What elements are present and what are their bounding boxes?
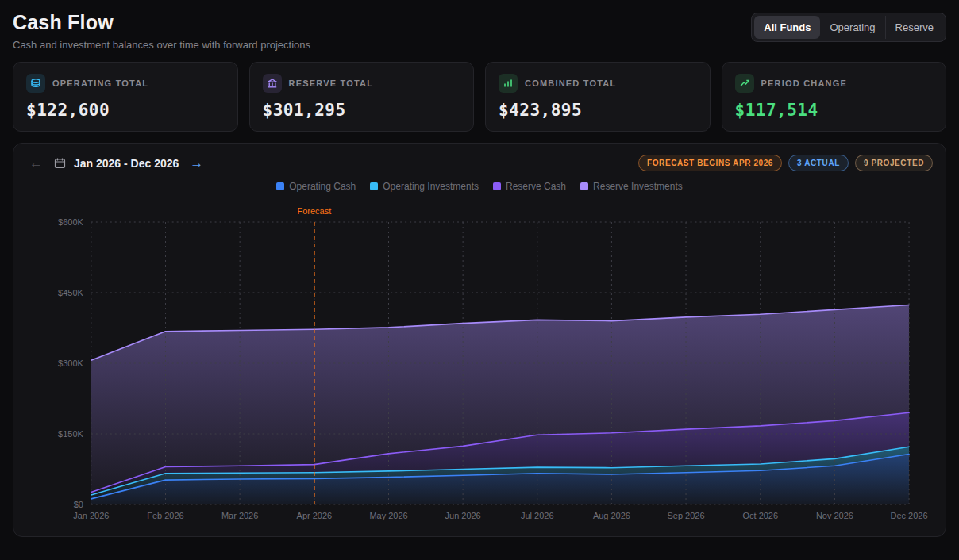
badge-9-projected: 9 PROJECTED [855,155,933,171]
legend-label: Reserve Investments [593,181,683,192]
x-tick-label: Oct 2026 [743,511,779,520]
legend-label: Operating Investments [383,181,479,192]
funds-segmented-control: All FundsOperatingReserve [751,13,946,42]
stat-card-operating-total: OPERATING TOTAL $122,600 [13,62,238,132]
y-tick-label: $450K [58,288,83,297]
y-tick-label: $0 [74,500,83,509]
x-axis-labels: Jan 2026Feb 2026Mar 2026Apr 2026May 2026… [73,511,927,520]
previous-period-button[interactable]: ← [26,155,46,171]
legend-label: Operating Cash [289,181,356,192]
title-block: Cash Flow Cash and investment balances o… [13,11,310,51]
card-label: PERIOD CHANGE [761,79,848,88]
bar-chart-icon [499,74,518,93]
next-period-button[interactable]: → [187,155,206,171]
x-tick-label: Aug 2026 [593,511,630,520]
legend-item-operating-cash[interactable]: Operating Cash [276,181,356,192]
forecast-label: Forecast [298,206,332,216]
x-tick-label: Mar 2026 [221,511,258,520]
x-tick-label: May 2026 [369,511,407,520]
card-header: OPERATING TOTAL [26,74,225,93]
cash-flow-chart-panel: ← Jan 2026 - Dec 2026 → FORECAST BEGINS … [13,143,946,537]
card-label: COMBINED TOTAL [525,79,616,88]
legend-item-reserve-cash[interactable]: Reserve Cash [493,181,566,192]
card-value: $122,600 [26,101,225,120]
chart-legend: Operating CashOperating InvestmentsReser… [26,181,933,192]
x-tick-label: Feb 2026 [147,511,183,520]
tab-all-funds[interactable]: All Funds [754,16,820,39]
tab-reserve[interactable]: Reserve [885,16,943,39]
x-tick-label: Jan 2026 [73,511,109,520]
legend-label: Reserve Cash [506,181,566,192]
date-range-label: Jan 2026 - Dec 2026 [74,157,179,170]
chart-badges: FORECAST BEGINS APR 20263 ACTUAL9 PROJEC… [638,155,933,171]
legend-item-reserve-investments[interactable]: Reserve Investments [580,181,683,192]
x-tick-label: Jun 2026 [445,511,481,520]
stat-card-combined-total: COMBINED TOTAL $423,895 [485,62,711,132]
page-title: Cash Flow [13,11,310,34]
card-header: RESERVE TOTAL [263,74,461,93]
y-axis-labels: $0$150K$300K$450K$600K [58,217,83,509]
y-tick-label: $600K [58,217,83,227]
card-value: $423,895 [499,101,697,120]
x-tick-label: Jul 2026 [521,511,553,520]
x-tick-label: Dec 2026 [891,511,928,520]
chart-panel-header: ← Jan 2026 - Dec 2026 → FORECAST BEGINS … [26,155,933,171]
calendar-icon [54,157,66,169]
stat-card-period-change: PERIOD CHANGE $117,514 [722,62,947,132]
bank-icon [263,74,282,93]
stat-cards-row: OPERATING TOTAL $122,600 RESERVE TOTAL $… [0,51,959,132]
y-tick-label: $150K [58,429,83,439]
legend-swatch [580,182,588,190]
cash-flow-stacked-area-chart[interactable]: Forecast$0$150K$300K$450K$600KJan 2026Fe… [26,194,933,530]
legend-item-operating-investments[interactable]: Operating Investments [370,181,479,192]
x-tick-label: Apr 2026 [297,511,333,520]
card-value: $301,295 [263,101,461,120]
topbar: Cash Flow Cash and investment balances o… [0,0,959,51]
legend-swatch [493,182,501,190]
legend-swatch [370,182,378,190]
badge-3-actual: 3 ACTUAL [788,155,849,171]
y-tick-label: $300K [58,359,83,368]
x-tick-label: Sep 2026 [668,511,705,520]
card-label: RESERVE TOTAL [289,79,374,88]
stat-card-reserve-total: RESERVE TOTAL $301,295 [249,62,475,132]
page-subtitle: Cash and investment balances over time w… [13,39,310,51]
coins-icon [26,74,45,93]
card-header: COMBINED TOTAL [499,74,697,93]
legend-swatch [276,182,284,190]
card-label: OPERATING TOTAL [52,79,148,88]
card-value: $117,514 [735,101,934,120]
card-header: PERIOD CHANGE [735,74,934,93]
trending-up-icon [735,74,754,93]
badge-forecast-begins-apr-2026: FORECAST BEGINS APR 2026 [638,155,782,171]
tab-operating[interactable]: Operating [820,16,884,39]
x-tick-label: Nov 2026 [816,511,853,520]
